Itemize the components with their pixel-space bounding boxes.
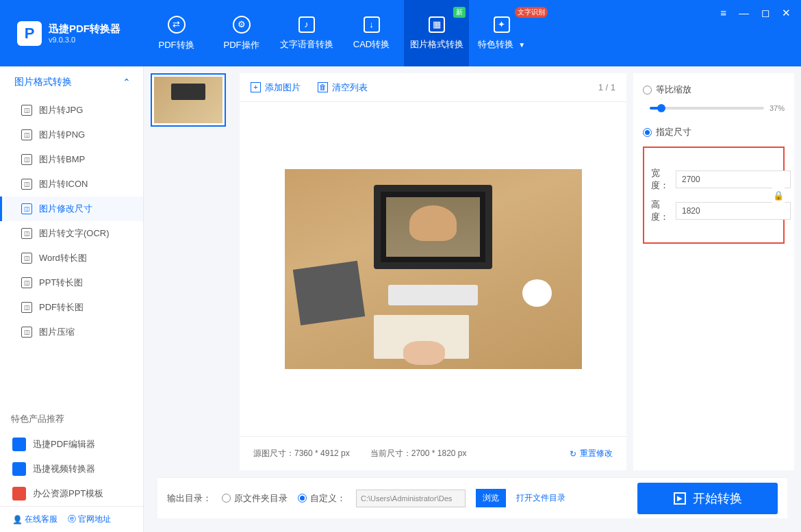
- app-name: 迅捷PDF转换器: [49, 23, 120, 36]
- promo-item-0[interactable]: 迅捷PDF编辑器: [0, 432, 143, 457]
- online-service-link[interactable]: 👤 在线客服: [12, 514, 58, 525]
- file-icon: ◫: [21, 129, 32, 140]
- output-custom-option[interactable]: 自定义：: [298, 492, 346, 505]
- badge-new: 新: [453, 7, 466, 18]
- output-label: 输出目录：: [167, 492, 212, 505]
- promo-icon: [12, 438, 26, 451]
- file-icon: ◫: [21, 154, 32, 165]
- dimension-box: 宽度： 高度： 🔒: [643, 147, 785, 244]
- sidebar-group-image[interactable]: 图片格式转换 ⌃: [0, 66, 143, 98]
- thumbnail-column: [151, 73, 233, 470]
- radio-unselected-icon: [222, 494, 231, 503]
- thumbnail-selected[interactable]: [151, 73, 226, 127]
- file-icon: ◫: [21, 203, 32, 214]
- settings-panel: 等比缩放 37% 指定尺寸: [633, 73, 794, 470]
- file-icon: ◫: [21, 228, 32, 239]
- play-icon: ▶: [674, 492, 686, 505]
- tab-icon: ↓: [364, 16, 380, 33]
- file-icon: ◫: [21, 277, 32, 288]
- logo-block: P 迅捷PDF转换器 v9.0.3.0: [0, 21, 144, 46]
- close-icon[interactable]: ✕: [782, 7, 791, 19]
- output-original-option[interactable]: 原文件夹目录: [222, 492, 288, 505]
- sidebar-item-7[interactable]: ◫PPT转长图: [0, 270, 143, 295]
- tab-icon: ✦: [494, 16, 510, 33]
- height-label: 高度：: [651, 199, 669, 223]
- file-icon: ◫: [21, 253, 32, 264]
- footer-links: 👤 在线客服 ⓔ 官网地址: [0, 506, 143, 532]
- header-tab-3[interactable]: ↓CAD转换: [339, 0, 404, 66]
- radio-selected-icon: [298, 494, 307, 503]
- promo-item-2[interactable]: 办公资源PPT模板: [0, 481, 143, 506]
- app-logo-icon: P: [17, 21, 42, 46]
- width-input[interactable]: [676, 170, 791, 188]
- current-size-label: 当前尺寸：2700 * 1820 px: [370, 448, 467, 459]
- app-version: v9.0.3.0: [49, 36, 120, 44]
- header-tab-4[interactable]: ▦图片格式转换新: [404, 0, 469, 66]
- tab-icon: ⚙: [233, 16, 251, 34]
- sidebar-item-9[interactable]: ◫图片压缩: [0, 320, 143, 344]
- fixed-size-option[interactable]: 指定尺寸: [643, 126, 785, 138]
- sidebar-item-3[interactable]: ◫图片转ICON: [0, 172, 143, 197]
- file-icon: ◫: [21, 327, 32, 338]
- sidebar-item-4[interactable]: ◫图片修改尺寸: [0, 197, 143, 221]
- sidebar-item-5[interactable]: ◫图片转文字(OCR): [0, 221, 143, 246]
- height-input[interactable]: [676, 202, 791, 220]
- header-tab-2[interactable]: ♪文字语音转换: [274, 0, 339, 66]
- header-tab-5[interactable]: ✦特色转换 ▼文字识别: [469, 0, 534, 66]
- promo-title: 特色产品推荐: [0, 406, 143, 432]
- file-icon: ◫: [21, 179, 32, 190]
- app-header: P 迅捷PDF转换器 v9.0.3.0 ⇄PDF转换⚙PDF操作♪文字语音转换↓…: [0, 0, 801, 66]
- window-controls: ≡ — ◻ ✕: [720, 7, 791, 19]
- preview-panel: + 添加图片 🗑 清空列表 1 / 1: [240, 73, 626, 470]
- sidebar-item-1[interactable]: ◫图片转PNG: [0, 123, 143, 147]
- start-convert-button[interactable]: ▶ 开始转换: [637, 483, 778, 514]
- file-icon: ◫: [21, 105, 32, 116]
- sidebar-item-8[interactable]: ◫PDF转长图: [0, 295, 143, 320]
- scale-percent: 37%: [770, 104, 785, 112]
- minimize-icon[interactable]: —: [739, 7, 749, 19]
- file-icon: ◫: [21, 302, 32, 313]
- plus-icon: +: [251, 82, 261, 92]
- add-image-button[interactable]: + 添加图片: [251, 81, 301, 94]
- promo-item-1[interactable]: 迅捷视频转换器: [0, 457, 143, 481]
- chevron-up-icon: ⌃: [123, 77, 131, 88]
- header-tab-0[interactable]: ⇄PDF转换: [144, 0, 209, 66]
- maximize-icon[interactable]: ◻: [761, 7, 770, 19]
- official-site-link[interactable]: ⓔ 官网地址: [68, 514, 111, 525]
- tab-icon: ▦: [429, 16, 445, 33]
- page-indicator: 1 / 1: [598, 82, 615, 92]
- output-path-input[interactable]: [356, 490, 466, 507]
- width-label: 宽度：: [651, 167, 669, 192]
- clear-list-button[interactable]: 🗑 清空列表: [318, 81, 368, 94]
- tab-icon: ♪: [298, 16, 315, 33]
- lock-icon[interactable]: 🔒: [772, 188, 785, 203]
- radio-unselected-icon: [643, 86, 652, 94]
- output-bar: 输出目录： 原文件夹目录 自定义： 浏览 打开文件目录 ▶ 开始转换: [157, 477, 787, 518]
- promo-icon: [12, 462, 26, 476]
- sidebar: 图片格式转换 ⌃ ◫图片转JPG◫图片转PNG◫图片转BMP◫图片转ICON◫图…: [0, 66, 144, 532]
- reset-button[interactable]: ↻ 重置修改: [570, 448, 613, 459]
- tab-icon: ⇄: [168, 16, 186, 34]
- header-tab-1[interactable]: ⚙PDF操作: [209, 0, 274, 66]
- menu-icon[interactable]: ≡: [720, 7, 726, 19]
- trash-icon: 🗑: [318, 82, 328, 92]
- radio-selected-icon: [643, 128, 652, 137]
- preview-image: [285, 169, 582, 369]
- open-dir-button[interactable]: 打开文件目录: [516, 492, 565, 504]
- sidebar-item-6[interactable]: ◫Word转长图: [0, 246, 143, 270]
- scale-slider[interactable]: [650, 107, 764, 110]
- promo-icon: [12, 487, 26, 501]
- browse-button[interactable]: 浏览: [476, 489, 506, 507]
- source-size-label: 源图尺寸：7360 * 4912 px: [253, 448, 350, 459]
- sidebar-item-2[interactable]: ◫图片转BMP: [0, 147, 143, 172]
- sidebar-item-0[interactable]: ◫图片转JPG: [0, 98, 143, 123]
- refresh-icon: ↻: [570, 449, 576, 459]
- scale-mode-option[interactable]: 等比缩放: [643, 84, 785, 96]
- badge-ocr: 文字识别: [515, 7, 548, 18]
